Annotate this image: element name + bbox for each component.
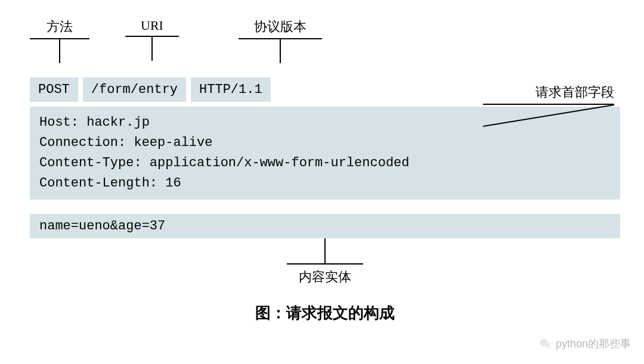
svg-point-6 [549, 344, 549, 344]
label-body: 内容实体 [30, 238, 620, 286]
label-uri-text: URI [125, 18, 179, 37]
label-method-text: 方法 [30, 18, 89, 39]
svg-point-2 [545, 342, 551, 348]
body-block: name=ueno&age=37 [30, 214, 620, 238]
svg-point-4 [544, 341, 546, 343]
wechat-icon [539, 337, 552, 350]
header-line: Host: hackr.jp [39, 115, 150, 130]
label-request-headers: 请求首部字段 [483, 83, 614, 127]
connector-line [151, 37, 153, 61]
label-protocol-text: 协议版本 [239, 18, 322, 39]
connector-line [324, 238, 326, 263]
header-line: Content-Type: application/x-www-form-url… [39, 155, 410, 170]
diagram-container: 方法 URI 协议版本 POST /form/entry HTTP/1.1 请求… [30, 18, 620, 323]
label-protocol: 协议版本 [239, 18, 322, 63]
watermark-text: python的那些事 [556, 337, 631, 351]
header-line: Connection: keep-alive [39, 135, 212, 150]
top-labels-row: 方法 URI 协议版本 [30, 18, 620, 77]
figure-caption: 图：请求报文的构成 [30, 303, 620, 323]
label-method: 方法 [30, 18, 89, 63]
label-request-headers-text: 请求首部字段 [483, 83, 614, 105]
svg-line-0 [483, 105, 614, 126]
connector-line [280, 39, 281, 63]
cell-uri: /form/entry [83, 77, 186, 102]
label-body-text: 内容实体 [287, 263, 363, 286]
svg-point-5 [546, 344, 547, 344]
header-line: Content-Length: 16 [39, 176, 181, 191]
connector-diagonal [483, 104, 614, 127]
connector-line [59, 39, 60, 63]
cell-method: POST [30, 77, 78, 102]
watermark: python的那些事 [539, 337, 631, 351]
label-uri: URI [125, 18, 179, 61]
svg-point-3 [542, 341, 543, 343]
cell-protocol: HTTP/1.1 [191, 77, 271, 102]
